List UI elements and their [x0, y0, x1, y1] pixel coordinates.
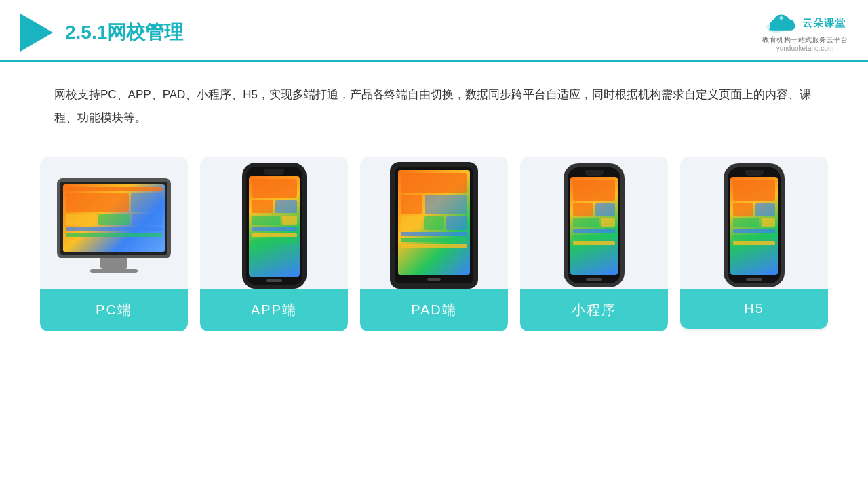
card-app-image [200, 157, 348, 289]
card-pad-label: PAD端 [360, 289, 508, 331]
card-miniprogram-image [520, 157, 668, 289]
cards-area: PC端 [0, 150, 868, 331]
header: 2.5.1网校管理 云朵课堂 教育机构一站式服务云平台 yunduoketang… [0, 0, 868, 62]
card-pc-image [40, 157, 188, 289]
brand-subtitle-text: 教育机构一站式服务云平台 [762, 35, 848, 45]
card-pad: PAD端 [360, 157, 508, 331]
pad-tablet-icon [390, 162, 478, 289]
page-title: 2.5.1网校管理 [65, 20, 183, 45]
logo-triangle-icon [20, 14, 53, 52]
app-phone-icon [242, 163, 307, 289]
cloud-icon [764, 12, 798, 34]
h5-phone-icon [724, 163, 785, 287]
brand-name-text: 云朵课堂 [802, 17, 846, 30]
header-left: 2.5.1网校管理 [20, 14, 183, 52]
brand-logo: 云朵课堂 教育机构一站式服务云平台 yunduoketang.com [762, 12, 848, 52]
card-h5-label: H5 [680, 289, 828, 329]
card-app-label: APP端 [200, 289, 348, 331]
card-pc: PC端 [40, 157, 188, 331]
card-pc-label: PC端 [40, 289, 188, 331]
card-app: APP端 [200, 157, 348, 331]
description-text: 网校支持PC、APP、PAD、小程序、H5，实现多端打通，产品各终端自由切换，数… [0, 62, 868, 143]
card-h5-image [680, 157, 828, 289]
cloud-logo-area: 云朵课堂 [764, 12, 846, 34]
card-pad-image [360, 157, 508, 289]
miniprogram-phone-icon [564, 163, 625, 287]
svg-point-2 [780, 16, 783, 20]
card-miniprogram: 小程序 [520, 157, 668, 331]
card-miniprogram-label: 小程序 [520, 289, 668, 331]
pc-monitor-icon [57, 178, 171, 273]
card-h5: H5 [680, 157, 828, 331]
brand-url-text: yunduoketang.com [776, 45, 834, 52]
